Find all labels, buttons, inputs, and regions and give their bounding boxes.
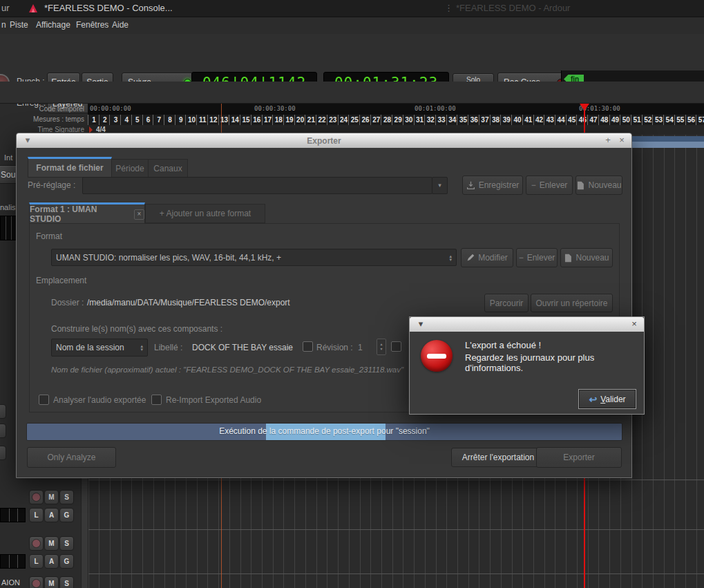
edit-toolbar: Souris ▾ Malin Aimant Noire ▾ ‹	[0, 82, 704, 104]
track3-name-partial: AION	[1, 578, 20, 587]
reimport-checkbox-label[interactable]: Re-Import Exported Audio	[166, 395, 261, 405]
preset-new-button[interactable]: Nouveau	[575, 176, 622, 195]
label-value[interactable]: DOCK OF THE BAY essaie	[192, 343, 293, 352]
taskbar-partial-text: ur	[1, 3, 10, 13]
browse-button[interactable]: Parcourir	[484, 294, 529, 312]
measure-number: 18	[272, 115, 284, 125]
export-dialog-titlebar[interactable]: ▾ Exporter + ×	[17, 133, 631, 148]
measure-number: 45	[566, 115, 578, 125]
open-folder-button[interactable]: Ouvrir un répertoire	[531, 294, 613, 312]
preset-save-button[interactable]: Enregistrer	[462, 176, 523, 195]
analyze-checkbox-label[interactable]: Analyser l'audio exportée	[53, 395, 146, 405]
preset-save-label: Enregistrer	[479, 180, 520, 190]
only-analyze-button[interactable]: Only Analyze	[27, 447, 116, 468]
measure-number: 12	[207, 115, 219, 125]
measure-number: 34	[446, 115, 458, 125]
session-combo-value: Nom de la session	[56, 343, 124, 352]
folder-path[interactable]: /media/manu/DATA/Musique/FEARLESS DEMO/e…	[87, 298, 290, 307]
preset-remove-button[interactable]: − Enlever	[526, 176, 573, 195]
tab-format-1[interactable]: Format 1 : UMAN STUDIO ×	[29, 202, 145, 225]
format-edit-button[interactable]: Modifier	[461, 248, 513, 267]
measure-number: 38	[490, 115, 502, 125]
ok-arrow-icon: ↩	[589, 394, 597, 405]
export-button[interactable]: Exporter	[536, 447, 622, 468]
updown-arrows-icon: ▴▾	[449, 254, 452, 261]
stop-export-button[interactable]: Arrêter l'exportation	[451, 448, 545, 467]
track1-mute-button[interactable]: M	[44, 490, 59, 504]
track-area-gutter[interactable]	[81, 477, 88, 588]
track2-l-button[interactable]: L	[29, 554, 44, 569]
valider-button[interactable]: ↩ Valider	[579, 390, 636, 408]
track2-g-button[interactable]: G	[59, 554, 74, 569]
measure-number: 52	[642, 115, 654, 125]
measures-ruler-label[interactable]: Mesures : temps	[0, 115, 84, 123]
document-icon	[576, 181, 584, 190]
analyze-checkbox[interactable]	[39, 395, 49, 405]
tab-canaux[interactable]: Canaux	[148, 159, 188, 178]
track3-mute-button[interactable]: M	[44, 576, 59, 588]
measure-number: 23	[327, 115, 339, 125]
track2-record-button[interactable]	[29, 536, 44, 551]
menu-partial[interactable]: n	[1, 20, 6, 30]
close-icon[interactable]: ×	[134, 209, 144, 220]
track1-l-button[interactable]: L	[29, 508, 44, 522]
error-dialog-titlebar[interactable]: ▾ ×	[410, 317, 644, 332]
preset-new-label: Nouveau	[588, 180, 621, 190]
folder-label: Dossier :	[51, 298, 84, 307]
ardour-logo-icon	[28, 3, 39, 14]
progress-text: Exécution de la commande de post-export …	[27, 426, 622, 436]
measure-number: 10	[185, 115, 197, 125]
tab-periode[interactable]: Période	[111, 159, 149, 178]
format-remove-button[interactable]: − Enlever	[516, 248, 558, 267]
inactive-window-title[interactable]: *FEARLESS DEMO - Ardour	[456, 3, 570, 13]
maximize-icon[interactable]: +	[602, 135, 613, 146]
preset-combo-arrow[interactable]: ▾	[432, 177, 448, 194]
playhead-head-icon[interactable]	[580, 104, 589, 111]
track3-solo-button[interactable]: S	[59, 576, 74, 588]
menu-fenetres[interactable]: Fenêtres	[76, 20, 108, 30]
measure-number: 8	[164, 115, 175, 125]
error-message-line1: L'export a échoué !	[465, 340, 541, 350]
active-window-title: *FEARLESS DEMO - Console...	[44, 3, 173, 13]
preset-entry[interactable]	[82, 177, 432, 194]
export-dialog-title: Exporter	[17, 136, 631, 146]
timecode-ruler[interactable]: 00:00:00:00 00:00:30:00 00:01:00:00 00:0…	[88, 104, 704, 115]
minus-icon: −	[519, 253, 524, 263]
track2-a-button[interactable]: A	[44, 554, 59, 569]
timecode-ruler-label[interactable]: Code temporel	[0, 105, 84, 113]
ardour-app: ur *FEARLESS DEMO - Console... ⋮ *FEARLE…	[0, 0, 704, 588]
revision-spinner[interactable]: ▴▾	[377, 339, 386, 355]
menubar: n Piste Affichage Fenêtres Aide	[0, 17, 704, 35]
menu-aide[interactable]: Aide	[112, 20, 129, 30]
range-marker-band	[631, 136, 704, 148]
close-icon[interactable]: ×	[629, 319, 640, 330]
track3-record-button[interactable]	[29, 576, 44, 588]
reimport-checkbox[interactable]	[151, 395, 162, 405]
tab-add-format[interactable]: + Ajouter un autre format	[145, 204, 265, 223]
track2-mute-button[interactable]: M	[44, 536, 59, 551]
format-new-button[interactable]: Nouveau	[560, 248, 613, 267]
track2-solo-button[interactable]: S	[59, 536, 74, 551]
tab-format-de-fichier[interactable]: Format de fichier	[28, 157, 112, 178]
preset-remove-label: Enlever	[540, 180, 568, 190]
measures-ruler[interactable]: 1234567891011121314151617181920212223242…	[88, 115, 704, 125]
export-dialog: ▾ Exporter + × Format de fichier Période…	[16, 133, 632, 478]
timespan-checkbox[interactable]	[391, 341, 401, 352]
track1-a-button[interactable]: A	[44, 508, 59, 522]
partial-track-button[interactable]	[0, 446, 6, 460]
measure-number: 6	[142, 115, 154, 125]
partial-track-button[interactable]	[0, 424, 6, 438]
menu-piste[interactable]: Piste	[10, 20, 28, 30]
track1-g-button[interactable]: G	[59, 508, 74, 522]
track1-record-button[interactable]	[29, 490, 44, 504]
menu-affichage[interactable]: Affichage	[36, 20, 70, 30]
format-combo[interactable]: UMAN STUDIO: normaliser les pics, WAV, 1…	[51, 249, 457, 266]
close-icon[interactable]: ×	[616, 135, 627, 146]
revision-value[interactable]: 1	[358, 343, 363, 352]
revision-checkbox[interactable]	[303, 341, 313, 352]
measure-number: 15	[240, 115, 251, 125]
track1-solo-button[interactable]: S	[59, 490, 74, 504]
shade-icon[interactable]: ▾	[415, 319, 426, 330]
session-name-combo[interactable]: Nom de la session ▴▾	[51, 339, 148, 357]
partial-track-button[interactable]	[0, 404, 6, 419]
